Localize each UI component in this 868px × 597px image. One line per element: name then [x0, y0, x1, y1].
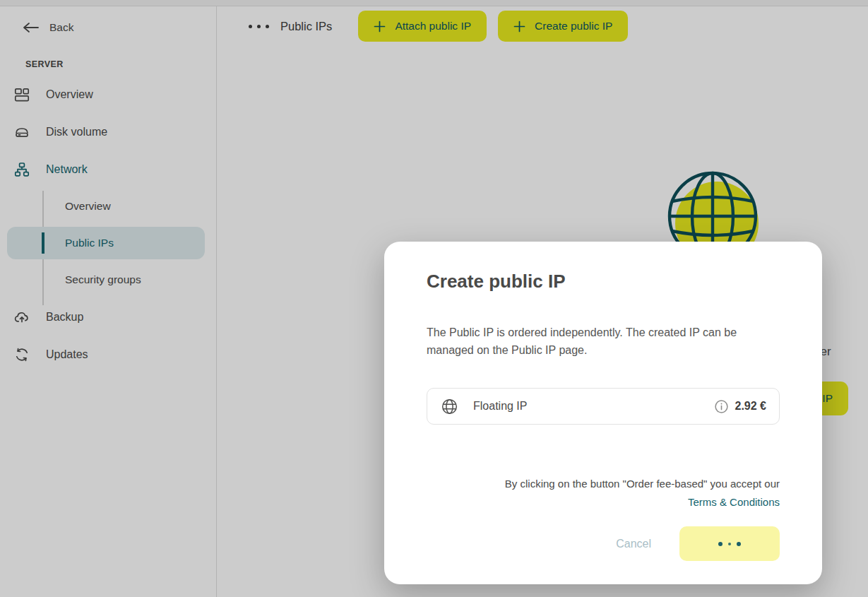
floating-ip-option[interactable]: Floating IP 2.92 €: [427, 388, 780, 425]
option-label: Floating IP: [473, 400, 715, 413]
terms-text: By clicking on the button "Order fee-bas…: [427, 477, 780, 509]
app-screen: Back SERVER Overview: [0, 0, 868, 597]
create-public-ip-modal: Create public IP The Public IP is ordere…: [384, 242, 822, 584]
modal-description: The Public IP is ordered independently. …: [427, 324, 780, 359]
globe-icon: [441, 398, 458, 415]
order-fee-based-button-loading[interactable]: [679, 526, 780, 561]
terms-prefix: By clicking on the button "Order fee-bas…: [427, 477, 780, 491]
modal-footer: Cancel: [427, 526, 780, 561]
modal-title: Create public IP: [427, 270, 780, 292]
terms-link[interactable]: Terms & Conditions: [688, 495, 780, 509]
loading-dots-icon: [718, 542, 741, 546]
option-price: 2.92 €: [735, 400, 766, 413]
cancel-button[interactable]: Cancel: [616, 538, 651, 550]
info-icon[interactable]: [715, 400, 728, 413]
